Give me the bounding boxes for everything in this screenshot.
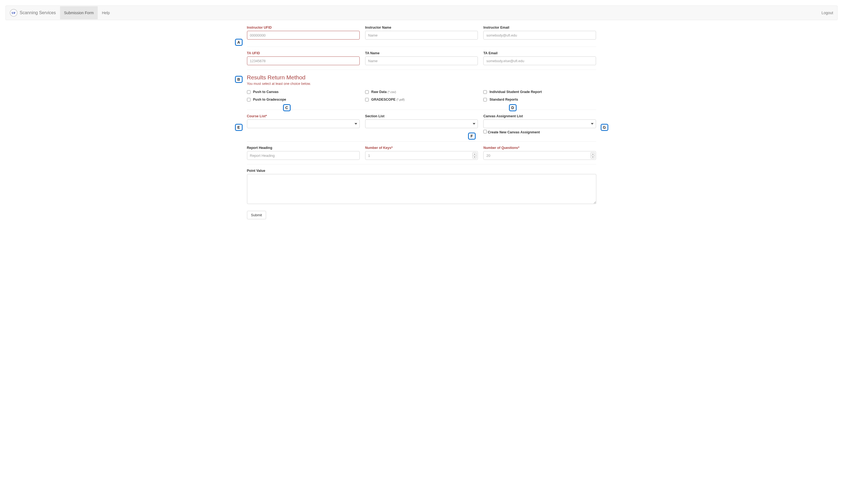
chevron-down-icon[interactable]: ▼: [591, 156, 595, 159]
point-value-textarea[interactable]: [247, 174, 596, 204]
ta-name-label: TA Name: [365, 51, 478, 55]
ta-row: TA UFID TA Name TA Email: [247, 51, 596, 70]
nav-help[interactable]: Help: [98, 6, 114, 19]
chevron-up-icon[interactable]: ▲: [591, 152, 595, 156]
report-heading-label: Report Heading: [247, 146, 360, 150]
brand-text: Scanning Services: [20, 11, 56, 15]
canvas-list-label: Canvas Assignment List: [483, 114, 596, 118]
number-keys-stepper[interactable]: ▲▼: [472, 152, 477, 159]
marker-a: A: [235, 39, 243, 46]
instructor-row: Instructor UFID Instructor Name Instruct…: [247, 25, 596, 42]
standard-reports-checkbox[interactable]: [483, 98, 487, 102]
gradescope-hint: (*.pdf): [397, 98, 405, 101]
instructor-name-label: Instructor Name: [365, 25, 478, 30]
marker-d: D: [509, 104, 516, 111]
divider: [247, 141, 596, 142]
canvas-list-select[interactable]: [483, 120, 596, 128]
ta-ufid-label: TA UFID: [247, 51, 360, 55]
number-keys-label: Number of Keys*: [365, 146, 478, 150]
raw-data-checkbox[interactable]: [365, 90, 369, 94]
instructor-email-input[interactable]: [483, 31, 596, 39]
form-container: Instructor UFID Instructor Name Instruct…: [247, 25, 596, 219]
report-heading-input[interactable]: [247, 151, 360, 160]
raw-data-hint: (*.csv): [388, 90, 396, 93]
navbar-brand[interactable]: UF Scanning Services: [6, 6, 60, 20]
submit-button[interactable]: Submit: [247, 211, 266, 219]
point-value-row: Point Value: [247, 169, 596, 208]
report-row: Report Heading Number of Keys* ▲▼ Number…: [247, 146, 596, 164]
push-canvas-checkbox[interactable]: [247, 90, 250, 94]
standard-reports-label: Standard Reports: [490, 97, 518, 102]
uf-logo-icon: UF: [10, 9, 17, 17]
marker-e: E: [235, 124, 243, 131]
chevron-down-icon[interactable]: ▼: [473, 156, 476, 159]
number-keys-input[interactable]: [365, 151, 478, 160]
marker-f: F: [468, 132, 476, 140]
number-questions-input[interactable]: [483, 151, 596, 160]
divider: [247, 110, 596, 110]
ta-email-input[interactable]: [483, 56, 596, 65]
ta-name-input[interactable]: [365, 56, 478, 65]
section-list-select[interactable]: [365, 120, 478, 128]
results-heading: Results Return Method: [247, 74, 596, 81]
instructor-ufid-label: Instructor UFID: [247, 25, 360, 30]
individual-report-checkbox[interactable]: [483, 90, 487, 94]
lists-row: Course List* Section List Canvas Assignm…: [247, 114, 596, 137]
create-new-canvas-checkbox[interactable]: [483, 130, 487, 133]
marker-g: G: [601, 124, 608, 131]
gradescope-checkbox[interactable]: [365, 98, 369, 102]
raw-data-label: Raw Data: [371, 90, 386, 94]
navbar: UF Scanning Services Submission Form Hel…: [5, 5, 838, 20]
point-value-label: Point Value: [247, 169, 596, 173]
instructor-name-input[interactable]: [365, 31, 478, 39]
ta-email-label: TA Email: [483, 51, 596, 55]
marker-b: B: [235, 76, 243, 83]
nav-submission-form[interactable]: Submission Form: [60, 6, 98, 19]
marker-c: C: [283, 104, 291, 111]
results-sub: You must select at least one choice belo…: [247, 82, 596, 86]
gradescope-label: GRADESCOPE: [371, 97, 396, 102]
chevron-up-icon[interactable]: ▲: [473, 152, 476, 156]
instructor-email-label: Instructor Email: [483, 25, 596, 30]
divider: [247, 47, 596, 47]
push-canvas-label: Push to Canvas: [253, 90, 279, 94]
nav-logout[interactable]: Logout: [818, 6, 837, 19]
instructor-ufid-input[interactable]: [247, 31, 360, 39]
individual-report-label: Individual Student Grade Report: [490, 90, 542, 94]
number-questions-stepper[interactable]: ▲▼: [591, 152, 595, 159]
push-gradescope-checkbox[interactable]: [247, 98, 250, 102]
ta-ufid-input[interactable]: [247, 56, 360, 65]
push-gradescope-label: Push to Gradescope: [253, 97, 286, 102]
course-list-select[interactable]: [247, 120, 360, 128]
section-list-label: Section List: [365, 114, 478, 118]
course-list-label: Course List*: [247, 114, 360, 118]
create-new-canvas-label: Create New Canvas Assignment: [488, 130, 540, 134]
results-options: Push to Canvas Push to Gradescope Raw Da…: [247, 90, 596, 105]
number-questions-label: Number of Questions*: [483, 146, 596, 150]
